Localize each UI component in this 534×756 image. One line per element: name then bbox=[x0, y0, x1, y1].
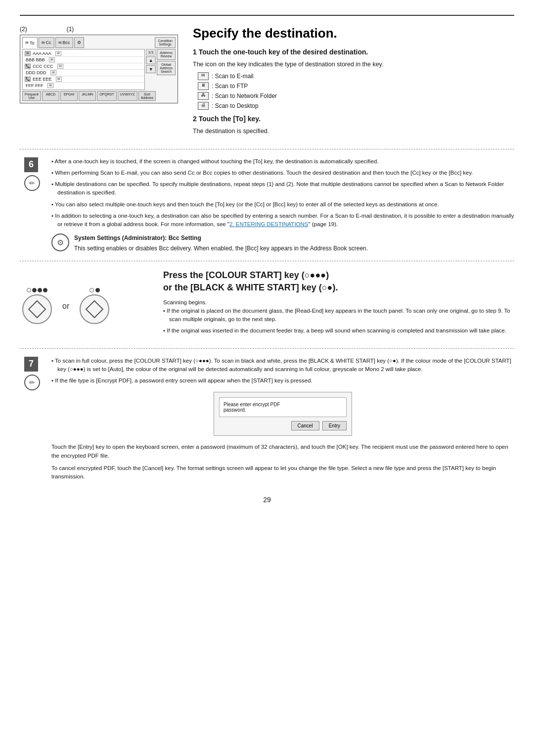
pwd-dialog-text: Please enter encrypt PDFpassword. bbox=[219, 397, 347, 417]
addr-row: 📞 CCC CCC ✉ bbox=[24, 63, 143, 70]
tab-settings[interactable]: ⚙ bbox=[74, 37, 84, 48]
icon-list-item-desktop: 🖨 : Scan to Desktop bbox=[198, 102, 514, 110]
sort-address-tab[interactable]: Sort Address bbox=[138, 91, 156, 101]
addr-icon-phone2: 📞 bbox=[25, 77, 31, 82]
entry-button[interactable]: Entry bbox=[322, 421, 347, 430]
addr-row: 📞 EEE EEE ✉ bbox=[24, 76, 143, 83]
addr-row: DDD DDD ✉ bbox=[24, 70, 143, 76]
dot-filled-3 bbox=[43, 288, 47, 292]
diamond-symbol-colour bbox=[28, 300, 46, 319]
entering-destinations-link[interactable]: 2. ENTERING DESTINATIONS bbox=[229, 221, 309, 227]
settings-body: This setting enables or disables Bcc del… bbox=[74, 244, 368, 253]
separator-2 bbox=[20, 261, 514, 261]
start-content: Press the [COLOUR START] key (○●●●) or t… bbox=[163, 269, 514, 338]
step2-heading: 2 Touch the [To] key. bbox=[193, 115, 514, 123]
frequent-use-tab[interactable]: Frequent Use bbox=[22, 91, 41, 101]
network-scan-icon: 🖧 bbox=[198, 92, 209, 100]
start-buttons-area: or bbox=[20, 269, 148, 338]
press-title-line2: or the [BLACK & WHITE START] key (○●). bbox=[163, 283, 338, 292]
efghi-tab[interactable]: EFGHI bbox=[60, 91, 78, 101]
page-container: (2) (1) ✉ To ✉ Cc ✉ Bcc bbox=[0, 0, 534, 756]
bottom-tabs: Frequent Use ABCD EFGHI JKLMN OPQRST UVW… bbox=[22, 91, 156, 101]
address-list: ✉ AAA AAA ✉ BBB BBB ✉ 📞 bbox=[22, 49, 145, 90]
label-2: (2) bbox=[20, 26, 27, 33]
label-1: (1) bbox=[67, 26, 74, 33]
nav-up-btn[interactable]: ▲ bbox=[146, 56, 156, 64]
pwd-dialog-buttons: Cancel Entry bbox=[219, 421, 347, 430]
opqrst-tab[interactable]: OPQRST bbox=[97, 91, 117, 101]
colour-btn-circle bbox=[22, 294, 52, 324]
note-section-7: 7 ✏ To scan in full colour, press the [C… bbox=[20, 357, 514, 481]
note-section-6: 6 ✏ After a one-touch key is touched, if… bbox=[20, 157, 514, 253]
dot-empty-1 bbox=[27, 288, 31, 292]
after-dialog-1: Touch the [Entry] key to open the keyboa… bbox=[51, 443, 514, 460]
note-6-bullet-5: In addition to selecting a one-touch key… bbox=[51, 212, 514, 229]
settings-note: ⚙ System Settings (Administrator): Bcc S… bbox=[51, 234, 514, 253]
screen-box: ✉ To ✉ Cc ✉ Bcc ⚙ ConditionSettin bbox=[20, 35, 178, 103]
screen-labels: (2) (1) bbox=[20, 26, 178, 33]
or-label: or bbox=[62, 302, 69, 311]
note-6-bullet-4: You can also select multiple one-touch k… bbox=[51, 200, 514, 209]
email-scan-label: : Scan to E-mail bbox=[212, 73, 254, 80]
settings-title: System Settings (Administrator): Bcc Set… bbox=[74, 234, 368, 242]
tab-bcc[interactable]: ✉ Bcc bbox=[55, 37, 73, 48]
note-6-bullet-3: Multiple destinations can be specified. … bbox=[51, 180, 514, 197]
note-6-content: After a one-touch key is touched, if the… bbox=[51, 157, 514, 253]
desktop-scan-icon: 🖨 bbox=[198, 102, 209, 110]
address-review-btn[interactable]: AddressReview bbox=[157, 49, 176, 60]
condition-settings-btn[interactable]: ConditionSettings bbox=[155, 37, 176, 48]
note-6-bullet-1: After a one-touch key is touched, if the… bbox=[51, 157, 514, 166]
addr-icon-phone: 📞 bbox=[25, 64, 31, 69]
bw-start-btn[interactable] bbox=[77, 289, 112, 324]
colour-start-btn[interactable] bbox=[20, 289, 54, 324]
step1-text: The icon on the key indicates the type o… bbox=[193, 60, 514, 69]
step1-heading: 1 Touch the one-touch key of the desired… bbox=[193, 48, 514, 56]
section-7-badge: 7 bbox=[24, 357, 38, 372]
press-title: Press the [COLOUR START] key (○●●●) or t… bbox=[163, 269, 514, 294]
password-dialog: Please enter encrypt PDFpassword. Cancel… bbox=[214, 392, 352, 436]
nav-down-btn[interactable]: ▼ bbox=[146, 65, 156, 73]
gear-icon: ⚙ bbox=[51, 234, 69, 251]
ftp-scan-icon: 🖥 bbox=[198, 82, 209, 90]
top-border bbox=[20, 15, 514, 16]
press-start-section: or Press the [COLOUR START] key (○●●●) bbox=[20, 269, 514, 338]
separator-3 bbox=[20, 348, 514, 349]
press-title-line1: Press the [COLOUR START] key (○●●●) bbox=[163, 270, 329, 280]
abcd-tab[interactable]: ABCD bbox=[42, 91, 59, 101]
tab-to[interactable]: ✉ To bbox=[22, 37, 38, 48]
addr-icon-email: ✉ bbox=[25, 51, 31, 56]
press-bullet-1: If the original is placed on the documen… bbox=[163, 307, 514, 324]
icon-list-item-ftp: 🖥 : Scan to FTP bbox=[198, 82, 514, 90]
note-7-content: To scan in full colour, press the [COLOU… bbox=[51, 357, 514, 481]
screen-diagram: (2) (1) ✉ To ✉ Cc ✉ Bcc bbox=[20, 26, 178, 139]
email-scan-icon: ✉ bbox=[198, 72, 209, 80]
scanning-begins: Scanning begins. bbox=[163, 298, 514, 307]
after-dialog-2: To cancel encrypted PDF, touch the [Canc… bbox=[51, 464, 514, 481]
page-indicator: 1/1 bbox=[146, 49, 156, 55]
tab-cc[interactable]: ✉ Cc bbox=[39, 37, 54, 48]
press-bullet-2: If the original was inserted in the docu… bbox=[163, 327, 514, 335]
addr-row: FFF FFF ✉ bbox=[24, 83, 143, 89]
note-6-bullet-2: When performing Scan to E-mail, you can … bbox=[51, 169, 514, 177]
pencil-icon-7: ✏ bbox=[24, 375, 40, 390]
dot-filled-1 bbox=[32, 288, 37, 292]
icon-list-item-email: ✉ : Scan to E-mail bbox=[198, 72, 514, 80]
dot-filled-2 bbox=[38, 288, 42, 292]
section-6-badge: 6 bbox=[24, 157, 38, 172]
settings-text: System Settings (Administrator): Bcc Set… bbox=[74, 234, 368, 253]
pencil-icon: ✏ bbox=[24, 175, 40, 191]
network-scan-label: : Scan to Network Folder bbox=[212, 93, 277, 99]
bw-btn-circle bbox=[80, 294, 109, 324]
jklmn-tab[interactable]: JKLMN bbox=[79, 91, 96, 101]
addr-row: ✉ AAA AAA ✉ bbox=[24, 50, 143, 57]
global-address-btn[interactable]: GlobalAddressSearch bbox=[157, 61, 176, 75]
uvwxyz-tab[interactable]: UVWXYZ bbox=[118, 91, 137, 101]
specify-title: Specify the destination. bbox=[193, 26, 514, 41]
addr-row: BBB BBB ✉ bbox=[24, 57, 143, 63]
dot-filled-bw bbox=[95, 288, 100, 292]
page-number: 29 bbox=[20, 496, 514, 514]
cancel-button[interactable]: Cancel bbox=[291, 421, 319, 430]
note-7-bullet-2: If the file type is [Encrypt PDF], a pas… bbox=[51, 377, 514, 385]
icon-list-item-network: 🖧 : Scan to Network Folder bbox=[198, 92, 514, 100]
icon-list: ✉ : Scan to E-mail 🖥 : Scan to FTP 🖧 : S… bbox=[198, 72, 514, 110]
